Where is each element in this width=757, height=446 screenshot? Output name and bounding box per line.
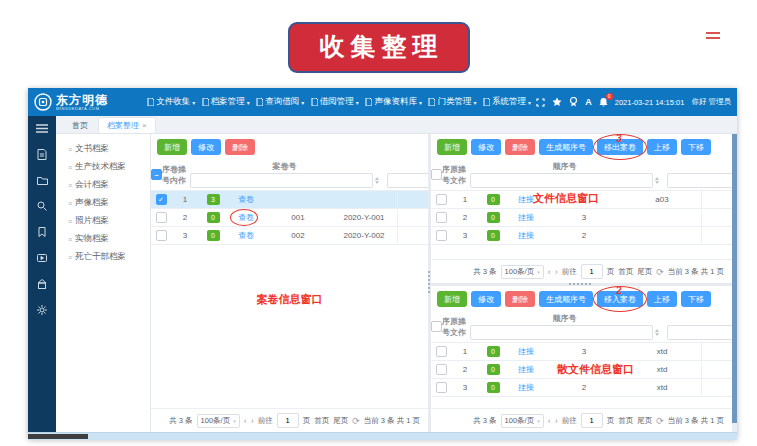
nav-menu-item[interactable]: 档案管理 ▾: [202, 96, 250, 108]
toolbar-button[interactable]: 生成顺序号: [539, 139, 593, 155]
last-page-link[interactable]: 尾页: [637, 416, 652, 426]
toolbar-button[interactable]: 删除: [505, 291, 535, 307]
column-header[interactable]: 序号: [442, 316, 450, 338]
filter-input[interactable]: [667, 325, 732, 340]
star-icon[interactable]: [552, 97, 562, 107]
column-header[interactable]: 档号: [387, 161, 428, 172]
table-row[interactable]: 2 0 挂接 3: [431, 209, 732, 227]
column-header[interactable]: 文件题名: [667, 161, 732, 172]
row-checkbox[interactable]: [436, 382, 447, 393]
font-size-icon[interactable]: A: [585, 97, 592, 107]
prev-page-button[interactable]: ‹: [244, 417, 247, 425]
next-page-button[interactable]: ›: [555, 268, 558, 276]
bell-icon[interactable]: 0: [599, 97, 608, 107]
row-checkbox[interactable]: [436, 194, 447, 205]
page-size-select[interactable]: 100条/页▾: [501, 265, 544, 279]
refresh-icon[interactable]: ⟳: [656, 416, 664, 426]
scrollbar-thumb[interactable]: [732, 134, 737, 423]
page-number-input[interactable]: [581, 264, 603, 279]
toolbar-button[interactable]: 新增: [437, 291, 467, 307]
column-header[interactable]: 操作: [458, 316, 466, 338]
rail-bookmark-icon[interactable]: [38, 227, 46, 237]
column-header[interactable]: 原文: [450, 316, 458, 338]
page-number-input[interactable]: [277, 413, 299, 428]
attach-link[interactable]: 挂接: [518, 365, 534, 374]
toolbar-button[interactable]: 删除: [225, 139, 255, 155]
sort-icon[interactable]: [375, 177, 379, 184]
toolbar-button[interactable]: 修改: [471, 291, 501, 307]
vertical-scrollbar[interactable]: [732, 134, 737, 432]
nav-menu-item[interactable]: 文件收集 ▾: [147, 96, 195, 108]
sort-icon[interactable]: [655, 177, 659, 184]
column-header[interactable]: 序号: [162, 164, 170, 186]
filter-input[interactable]: [190, 173, 373, 188]
select-all-checkbox[interactable]: [431, 169, 442, 180]
table-row[interactable]: 3 0 挂接 2: [431, 227, 732, 245]
row-checkbox[interactable]: [436, 346, 447, 357]
tree-item[interactable]: ≡ 实物档案: [56, 230, 150, 248]
last-page-link[interactable]: 尾页: [637, 267, 652, 277]
tree-item[interactable]: ≡ 会计档案: [56, 176, 150, 194]
toolbar-button[interactable]: 上移: [647, 139, 677, 155]
close-icon[interactable]: ×: [142, 121, 147, 130]
rail-system-icon[interactable]: [37, 305, 47, 315]
next-page-button[interactable]: ›: [251, 417, 254, 425]
rail-av-library-icon[interactable]: [37, 253, 47, 263]
toolbar-button[interactable]: 下移: [681, 291, 711, 307]
refresh-icon[interactable]: ⟳: [656, 267, 664, 277]
rail-file-collect-icon[interactable]: [37, 149, 47, 160]
rail-search-icon[interactable]: [37, 201, 47, 211]
rail-category-icon[interactable]: [37, 279, 47, 289]
column-header[interactable]: 序号: [442, 164, 450, 186]
row-checkbox[interactable]: [156, 212, 167, 223]
page-number-input[interactable]: [581, 413, 603, 428]
toolbar-button[interactable]: 上移: [647, 291, 677, 307]
hamburger-icon[interactable]: [706, 29, 720, 42]
tab-home[interactable]: 首页: [64, 118, 96, 133]
sort-icon[interactable]: [655, 329, 659, 336]
fullscreen-icon[interactable]: [536, 98, 545, 107]
row-checkbox[interactable]: [436, 230, 447, 241]
tree-item[interactable]: ≡ 死亡干部档案: [56, 248, 150, 266]
attach-link[interactable]: 挂接: [518, 347, 534, 356]
last-page-link[interactable]: 尾页: [333, 416, 348, 426]
nav-menu-item[interactable]: 门类管理 ▾: [428, 96, 476, 108]
attach-link[interactable]: 挂接: [518, 231, 534, 240]
page-size-select[interactable]: 100条/页▾: [501, 414, 544, 428]
select-all-checkbox[interactable]: [431, 321, 442, 332]
rail-archive-icon[interactable]: [37, 176, 48, 185]
first-page-link[interactable]: 首页: [618, 416, 633, 426]
table-row[interactable]: 3 0 挂接 2 xtd: [431, 379, 732, 397]
attach-link[interactable]: 挂接: [518, 195, 534, 204]
toolbar-button[interactable]: 下移: [681, 139, 711, 155]
toolbar-button[interactable]: 移出案卷3: [597, 139, 643, 155]
nav-menu-item[interactable]: 声像资料库 ▾: [365, 96, 422, 108]
filter-input[interactable]: [387, 173, 428, 188]
column-header[interactable]: 顺序号: [470, 161, 659, 172]
column-header[interactable]: 操作: [178, 164, 186, 186]
table-row[interactable]: ✓ 1 3 查卷: [151, 191, 428, 209]
prev-page-button[interactable]: ‹: [548, 417, 551, 425]
toolbar-button[interactable]: 移入案卷2: [597, 291, 643, 307]
row-checkbox[interactable]: [156, 230, 167, 241]
tree-item[interactable]: ≡ 照片档案: [56, 212, 150, 230]
nav-menu-item[interactable]: 查询借阅 ▾: [256, 96, 304, 108]
column-header[interactable]: 文件题名: [667, 313, 732, 324]
refresh-icon[interactable]: ⟳: [352, 416, 360, 426]
prev-page-button[interactable]: ‹: [548, 268, 551, 276]
nav-menu-item[interactable]: 借阅管理 ▾: [311, 96, 359, 108]
page-size-select[interactable]: 100条/页▾: [197, 414, 240, 428]
column-header[interactable]: 案卷号: [190, 161, 379, 172]
attach-link[interactable]: 挂接: [518, 383, 534, 392]
toolbar-button[interactable]: 生成顺序号: [539, 291, 593, 307]
filter-input[interactable]: [667, 173, 732, 188]
tree-item[interactable]: ≡ 文书档案: [56, 140, 150, 158]
row-checkbox[interactable]: [436, 212, 447, 223]
column-header[interactable]: 原文: [450, 164, 458, 186]
table-row[interactable]: 2 0 查卷 001 2020-Y-001: [151, 209, 428, 227]
tree-item[interactable]: ≡ 生产技术档案: [56, 158, 150, 176]
nav-greeting[interactable]: 你好 管理员: [691, 97, 731, 107]
toolbar-button[interactable]: 新增: [157, 139, 187, 155]
column-header[interactable]: 顺序号: [470, 313, 659, 324]
view-volume-link[interactable]: 查卷: [238, 213, 254, 222]
